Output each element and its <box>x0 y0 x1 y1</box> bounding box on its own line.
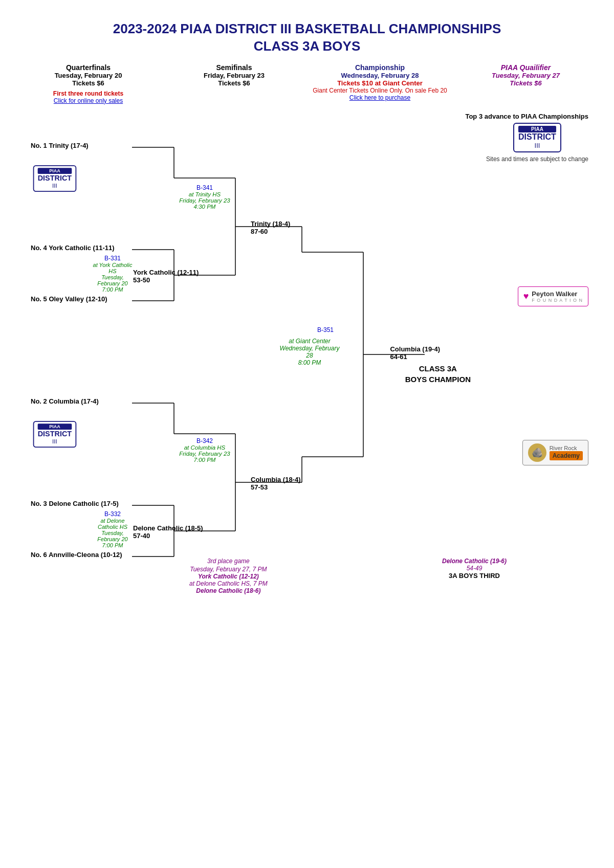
b341-date: Friday, February 23 <box>174 197 235 204</box>
team5-label: No. 5 Oley Valley (12-10) <box>31 295 107 303</box>
third-place-result: Delone Catholic (19-6) 54-49 3A BOYS THI… <box>442 558 507 580</box>
team1-entry: No. 1 Trinity (17-4) <box>31 141 89 150</box>
champ-tickets: Tickets $10 at Giant Center <box>307 79 453 87</box>
champ-date: Wednesday, February 28 <box>307 72 453 79</box>
qf-tickets: Tickets $6 <box>15 79 161 87</box>
b332-time: 7:00 PM <box>92 542 133 548</box>
first-round-link[interactable]: Click for online only sales <box>15 97 161 104</box>
first-round-note1: First three round tickets <box>15 90 161 97</box>
b332-score: 57-40 <box>133 532 203 540</box>
header-row: Quarterfinals Tuesday, February 20 Ticke… <box>10 63 604 104</box>
team6-entry: No. 6 Annville-Cleona (10-12) <box>31 550 122 559</box>
b342-winner-name: Columbia (18-4) <box>251 476 301 483</box>
b341-num: B-341 <box>174 184 235 191</box>
subject-to-change: Sites and times are subject to change <box>486 155 588 163</box>
title-line1: 2023-2024 PIAA DISTRICT III BASKETBALL C… <box>10 20 604 38</box>
b331-score: 53-50 <box>133 276 199 284</box>
third-place-venue: at Delone Catholic HS, 7 PM <box>189 580 268 587</box>
title-line2: CLASS 3A BOYS <box>10 38 604 55</box>
team2-label: No. 2 Columbia (17-4) <box>31 397 99 405</box>
bracket-area: Top 3 advance to PIAA Championships PIAA… <box>15 113 599 604</box>
qf-date: Tuesday, February 20 <box>15 72 161 79</box>
game-b342: B-342 at Columbia HS Friday, February 23… <box>174 437 235 463</box>
game-b331: B-331 at York Catholic HS Tuesday, Febru… <box>92 255 133 293</box>
game-b341: B-341 at Trinity HS Friday, February 23 … <box>174 184 235 210</box>
piaa-logo-left-bottom: PIAA DISTRICT III <box>31 419 79 449</box>
team1-label: No. 1 Trinity (17-4) <box>31 142 89 149</box>
piaa-logo-top: PIAA DISTRICT III Sites and times are su… <box>486 123 588 163</box>
b351-venue: at Giant Center <box>276 338 343 345</box>
b331-time: 7:00 PM <box>92 286 133 293</box>
b351-num: B-351 <box>317 326 334 333</box>
b342-num: B-342 <box>174 437 235 444</box>
third-place-team2: Delone Catholic (18-6) <box>189 587 268 594</box>
b351-time: 8:00 PM <box>276 359 343 366</box>
b341-winner-name: Trinity (18-4) <box>251 220 290 228</box>
qual-tickets: Tickets $6 <box>453 79 599 87</box>
team4-label: No. 4 York Catholic (11-11) <box>31 244 115 252</box>
b351-winner: Columbia (19-4) 64-61 <box>390 345 440 361</box>
third-place-label: 3rd place game <box>189 558 268 565</box>
third-place-score: 54-49 <box>442 565 507 572</box>
game-b332: B-332 at Delone Catholic HS Tuesday, Feb… <box>92 510 133 548</box>
b351-winner-name: Columbia (19-4) <box>390 345 440 353</box>
champion-label: CLASS 3ABOYS CHAMPION <box>405 363 471 385</box>
quarterfinals-header: Quarterfinals Tuesday, February 20 Ticke… <box>15 63 161 104</box>
qual-label: PIAA Quailifier <box>453 63 599 72</box>
third-place-date: Tuesday, February 27, 7 PM <box>189 566 268 573</box>
b342-winner: Columbia (18-4) 57-53 <box>251 476 301 491</box>
team4-entry: No. 4 York Catholic (11-11) <box>31 243 115 252</box>
b332-winner: Delone Catholic (18-5) 57-40 <box>133 524 203 540</box>
peyton-walker-sponsor: ♥ Peyton Walker F O U N D A T I O N <box>518 286 588 306</box>
team5-entry: No. 5 Oley Valley (12-10) <box>31 294 107 303</box>
sf-tickets: Tickets $6 <box>161 79 307 87</box>
page-container: 2023-2024 PIAA DISTRICT III BASKETBALL C… <box>10 20 604 604</box>
b342-date: Friday, February 23 <box>174 451 235 457</box>
b351-score: 64-61 <box>390 353 440 361</box>
b342-score: 57-53 <box>251 483 301 491</box>
team3-label: No. 3 Delone Catholic (17-5) <box>31 500 119 507</box>
b341-time: 4:30 PM <box>174 204 235 210</box>
qualifier-header: PIAA Quailifier Tuesday, February 27 Tic… <box>453 63 599 104</box>
b332-venue: at Delone Catholic HS <box>92 518 133 530</box>
b341-winner: Trinity (18-4) 87-60 <box>251 220 290 235</box>
piaa-logo-left-top: PIAA DISTRICT III <box>31 164 79 193</box>
qual-date: Tuesday, February 27 <box>453 72 599 79</box>
team3-entry: No. 3 Delone Catholic (17-5) <box>31 499 119 508</box>
champ-link[interactable]: Click here to purchase <box>307 94 453 101</box>
b331-venue: at York Catholic HS <box>92 262 133 274</box>
main-title: 2023-2024 PIAA DISTRICT III BASKETBALL C… <box>10 20 604 55</box>
b342-time: 7:00 PM <box>174 457 235 463</box>
b331-num: B-331 <box>92 255 133 262</box>
team6-label: No. 6 Annville-Cleona (10-12) <box>31 551 122 559</box>
semifinals-header: Semifinals Friday, February 23 Tickets $… <box>161 63 307 104</box>
top-note: Top 3 advance to PIAA Championships <box>465 113 588 120</box>
third-place-team1: York Catholic (12-12) <box>189 573 268 580</box>
sf-label: Semifinals <box>161 63 307 72</box>
third-place-winner: Delone Catholic (19-6) <box>442 558 507 565</box>
b331-winner-name: York Catholic (12-11) <box>133 269 199 276</box>
river-rock-sponsor: 🪨 River Rock Academy <box>522 440 588 465</box>
b351-date: Wednesday, February 28 <box>276 345 343 359</box>
sf-date: Friday, February 23 <box>161 72 307 79</box>
third-place-result-label: 3A BOYS THIRD <box>442 572 507 580</box>
game-b351-info: at Giant Center Wednesday, February 28 8… <box>276 338 343 366</box>
b331-date: Tuesday, February 20 <box>92 274 133 286</box>
b332-date: Tuesday, February 20 <box>92 530 133 542</box>
champ-online: Giant Center Tickets Online Only. On sal… <box>307 87 453 94</box>
b332-num: B-332 <box>92 510 133 518</box>
b341-score: 87-60 <box>251 228 290 235</box>
championship-header: Championship Wednesday, February 28 Tick… <box>307 63 453 104</box>
team2-entry: No. 2 Columbia (17-4) <box>31 396 99 406</box>
champ-label: Championship <box>307 63 453 72</box>
b331-winner: York Catholic (12-11) 53-50 <box>133 269 199 284</box>
b342-venue: at Columbia HS <box>174 444 235 451</box>
third-place-section: 3rd place game Tuesday, February 27, 7 P… <box>189 558 268 594</box>
qf-label: Quarterfinals <box>15 63 161 72</box>
b332-winner-name: Delone Catholic (18-5) <box>133 524 203 532</box>
b341-venue: at Trinity HS <box>174 191 235 197</box>
